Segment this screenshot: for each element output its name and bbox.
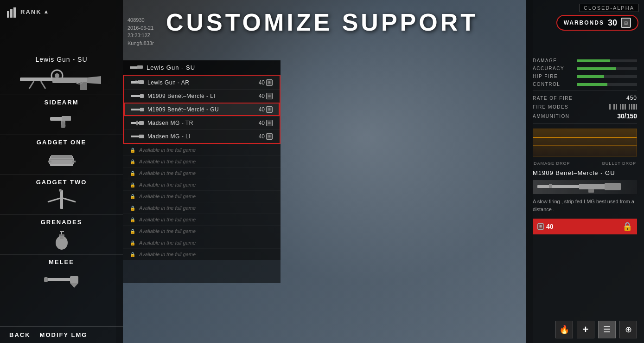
modify-button[interactable]: MODIFY LMG (40, 331, 88, 338)
fire-mode-6 (625, 104, 626, 110)
locked-row-0: 🔒 Available in the full game (123, 144, 281, 155)
weapon-name-0: Lewis Gun - AR (147, 79, 189, 86)
control-label: CONTROL (533, 82, 574, 87)
warbonds-symbol: ⊞ (624, 20, 628, 26)
ammunition-value: 30/150 (617, 112, 637, 120)
fire-modes-icons (609, 104, 637, 110)
plus-button[interactable]: + (577, 321, 594, 338)
damage-bar-container (577, 59, 637, 62)
stat-ammunition: AMMUNITION 30/150 (533, 112, 637, 120)
locked-row-9: 🔒 Available in the full game (123, 248, 281, 260)
weapon-row-m1909-gu[interactable]: M1909 Benét–Merclé - GU 40 ⊞ (124, 103, 280, 116)
gadget-two-icon-area (45, 188, 78, 211)
gadget-two-label: GADGET TWO (36, 179, 87, 186)
cost-icon-4: ⊞ (266, 133, 273, 140)
range-line-2 (533, 145, 637, 146)
svg-rect-36 (131, 109, 141, 110)
stat-divider-1 (533, 91, 637, 91)
locked-row-8: 🔒 Available in the full game (123, 237, 281, 248)
svg-rect-46 (588, 189, 594, 193)
svg-rect-37 (140, 108, 144, 111)
accuracy-label: ACCURACY (533, 66, 574, 71)
weapon-cost-4: 40 ⊞ (259, 133, 273, 140)
cost-icon-2: ⊞ (266, 106, 273, 113)
svg-rect-12 (51, 155, 72, 158)
locked-row-7: 🔒 Available in the full game (123, 225, 281, 237)
player-id: 408930 (128, 16, 154, 24)
locked-text-2: Available in the full game (139, 170, 196, 176)
svg-rect-40 (136, 121, 138, 125)
svg-rect-45 (605, 183, 621, 190)
nav-item-grenades[interactable]: GRENADES (0, 214, 123, 254)
crosshair-button[interactable]: ⊕ (619, 321, 637, 338)
stat-row-accuracy: ACCURACY (533, 66, 637, 71)
fire-mode-8 (631, 104, 632, 110)
header-right: CLOSED-ALPHA WARBONDS 30 ⊞ (521, 0, 644, 34)
gadget-two-svg (45, 188, 78, 211)
locked-row-4: 🔒 Available in the full game (123, 190, 281, 202)
weapon-icon-0 (131, 80, 144, 85)
bars-button[interactable]: ☰ (598, 321, 616, 338)
purchase-cost-icon: ⊞ (537, 223, 544, 230)
back-button[interactable]: BACK (9, 331, 31, 338)
bullet-drop-label: BULLET DROP (602, 161, 636, 166)
lock-icon-9: 🔒 (130, 252, 135, 257)
weapon-row-madsen-li[interactable]: Madsen MG - LI 40 ⊞ (124, 129, 280, 143)
nav-item-sidearm[interactable]: SIDEARM (0, 95, 123, 135)
lock-icon-4: 🔒 (130, 194, 135, 199)
rank-bar-3 (13, 7, 16, 18)
gadget-one-icon-area (45, 149, 78, 171)
selected-weapon-svg (535, 181, 628, 194)
purchase-lock-icon: 🔒 (622, 221, 632, 232)
pistol-svg (48, 110, 76, 129)
svg-rect-42 (139, 135, 144, 138)
stat-row-control: CONTROL (533, 82, 637, 87)
rank-icon (7, 7, 16, 18)
selected-weapon-desc: A slow firing , strip fed LMG best used … (533, 198, 637, 213)
left-panel: Lewis Gun - SU (0, 51, 123, 343)
player-time: 23:23:12Z (128, 32, 154, 39)
rate-of-fire-label: RATE OF FIRE (533, 96, 573, 101)
purchase-cost-value: 40 (546, 223, 554, 230)
rank-label-area: RANK ▲ (20, 8, 49, 15)
bottom-nav: BACK MODIFY LMG (0, 326, 123, 343)
nav-item-melee[interactable]: MELEE (0, 254, 123, 294)
svg-rect-22 (59, 234, 64, 236)
weapon-icon-4 (131, 134, 144, 139)
svg-point-2 (55, 73, 59, 78)
warbonds-label: WARBONDS (564, 19, 604, 26)
svg-rect-15 (72, 161, 76, 162)
weapon-cost-0: 40 ⊞ (259, 79, 273, 86)
locked-row-1: 🔒 Available in the full game (123, 155, 281, 167)
weapon-row-left-0: Lewis Gun - AR (131, 79, 189, 86)
svg-rect-16 (60, 190, 63, 209)
lock-icon-5: 🔒 (130, 206, 135, 211)
damage-drop-label: DAMAGE DROP (534, 161, 570, 166)
svg-rect-28 (44, 277, 48, 282)
weapon-row-madsen-tr[interactable]: Madsen MG - TR 40 ⊞ (124, 116, 280, 129)
range-labels: DAMAGE DROP BULLET DROP (533, 161, 637, 166)
damage-bar-fill (577, 59, 610, 62)
locked-rows: 🔒 Available in the full game 🔒 Available… (123, 144, 281, 260)
grenades-icon-area (50, 228, 73, 251)
svg-rect-32 (139, 80, 144, 84)
lock-icon-3: 🔒 (130, 182, 135, 188)
selected-weapon-info: M1909 Benét–Merclé - GU A slow firing , … (533, 169, 637, 234)
purchase-bar[interactable]: ⊞ 40 🔒 (533, 219, 637, 234)
weapon-row-m1909-li[interactable]: M1909 Benét–Merclé - LI 40 ⊞ (124, 89, 280, 103)
flame-button[interactable]: 🔥 (555, 321, 573, 338)
player-date: 2016-06-21 (128, 24, 154, 32)
list-header-gun-icon (130, 65, 143, 71)
svg-rect-38 (131, 122, 140, 124)
hip-fire-bar-fill (577, 75, 604, 78)
fire-mode-3 (616, 104, 617, 110)
nav-item-gadget-one[interactable]: GADGET ONE (0, 135, 123, 175)
closed-alpha-badge: CLOSED-ALPHA (580, 4, 638, 12)
weapon-row-lewis-ar[interactable]: Lewis Gun - AR 40 ⊞ (124, 76, 280, 89)
gadget-one-svg (45, 150, 78, 169)
sidearm-icon-area (48, 109, 76, 131)
weapon-row-left-1: M1909 Benét–Merclé - LI (131, 93, 215, 99)
locked-row-6: 🔒 Available in the full game (123, 214, 281, 225)
nav-item-gadget-two[interactable]: GADGET TWO (0, 175, 123, 214)
plus-icon: + (583, 324, 589, 336)
